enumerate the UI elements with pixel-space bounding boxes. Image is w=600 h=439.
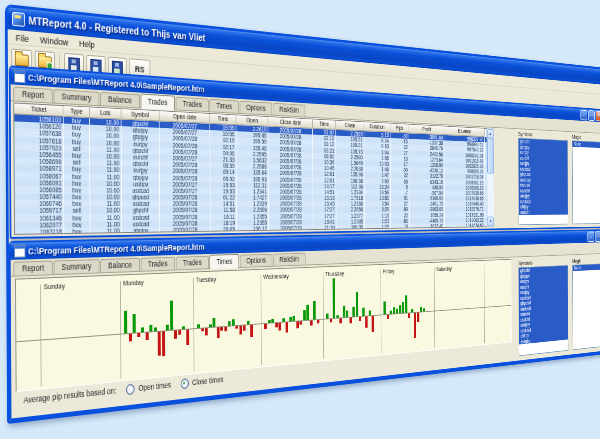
chart-bar	[343, 306, 345, 318]
chart-bar	[174, 330, 177, 338]
chart-bar	[149, 325, 152, 332]
radio-close-times[interactable]	[181, 378, 189, 389]
chart-bar	[333, 278, 336, 318]
chart-bar	[158, 332, 161, 356]
maximize-button[interactable]: □	[588, 110, 595, 121]
chart-bar	[423, 308, 425, 311]
day-label: Sunday	[44, 282, 65, 292]
chart-bar	[178, 330, 181, 335]
chart-bar	[372, 316, 374, 332]
chart-bar	[408, 313, 410, 318]
chart-bar	[359, 317, 361, 321]
menu-item-file[interactable]: File	[10, 31, 34, 44]
tab-summary-1[interactable]: Summary	[53, 89, 99, 105]
chart-bar	[296, 321, 299, 328]
chart-bar	[268, 320, 271, 323]
tab-times-5[interactable]: Times	[209, 99, 239, 113]
tab-trades-4[interactable]: Trades	[175, 97, 208, 112]
chart-bar	[250, 325, 253, 337]
chart-bar	[275, 323, 278, 327]
table-cell: 20:05	[211, 226, 237, 233]
chart-bar	[317, 320, 319, 324]
maximize-button[interactable]: □	[595, 231, 600, 241]
window-buttons: _ □ ✕	[587, 231, 600, 242]
tab-balance-2[interactable]: Balance	[100, 258, 140, 273]
tab-balance-2[interactable]: Balance	[100, 92, 140, 107]
tab-report-0[interactable]: Report	[13, 261, 52, 276]
symbols-list[interactable]: gbpchfgbpjpyeurjpyeurchfusdjpyusdcadgbpu…	[518, 138, 568, 225]
times-window: C:\Program Files\MTReport 4.0\SampleRepo…	[9, 229, 600, 421]
tab-times-5[interactable]: Times	[209, 254, 239, 269]
tab-options-6[interactable]: Options	[239, 101, 272, 115]
minimize-button[interactable]: _	[580, 110, 587, 121]
menu-item-window[interactable]: Window	[35, 33, 73, 47]
chart-bar	[186, 330, 189, 346]
chart-bar	[349, 318, 351, 324]
chart-bar	[313, 301, 316, 320]
symbols-list[interactable]: gbpchfgbpjpyeurjpyeurchfusdjpyusdcadgbpu…	[518, 265, 568, 356]
chart-bar	[329, 319, 331, 322]
table-cell: 1014674.62	[445, 223, 485, 229]
app-icon	[12, 12, 25, 27]
table-cell: buy	[64, 193, 90, 200]
chart-bar	[326, 313, 328, 318]
chart-bar	[166, 325, 169, 331]
chart-bar	[220, 327, 223, 331]
magic-item[interactable]: None	[572, 141, 600, 148]
close-button[interactable]: ✕	[596, 111, 600, 122]
scroll-thumb[interactable]	[487, 138, 494, 174]
window-buttons: _ □ ✕	[580, 110, 600, 122]
chart-bar	[352, 307, 354, 317]
minimize-button[interactable]: _	[587, 232, 594, 243]
chart-bar	[300, 321, 303, 325]
chart-bar	[362, 308, 364, 316]
document-icon	[14, 245, 25, 258]
magic-label: Magic	[572, 133, 581, 140]
day-label: Thursday	[325, 270, 344, 278]
table-cell: 11.00	[90, 227, 122, 234]
chart-bar	[293, 316, 296, 321]
day-divider	[380, 270, 381, 353]
tab-summary-1[interactable]: Summary	[53, 259, 99, 274]
table-scrollbar[interactable]: ▲ ▼	[487, 128, 495, 227]
table-cell: 2005/07/28	[160, 226, 211, 233]
tab-risksim-7[interactable]: RiskSim	[273, 253, 306, 266]
scroll-down-icon[interactable]: ▼	[488, 217, 494, 227]
day-label: Wednesday	[263, 272, 289, 281]
tab-trades-4[interactable]: Trades	[176, 256, 209, 270]
table-cell: 21:30	[313, 225, 336, 231]
chart-bar	[339, 318, 341, 323]
folder-go-icon	[38, 55, 52, 68]
chart-bar	[182, 326, 185, 329]
tab-options-6[interactable]: Options	[240, 254, 273, 267]
table-cell: 1063118	[15, 228, 64, 235]
chart-bar	[137, 333, 140, 337]
tab-trades-3[interactable]: Trades	[140, 94, 175, 111]
magic-list[interactable]: None	[572, 263, 600, 350]
menu-item-help[interactable]: Help	[74, 37, 100, 50]
chart-bar	[128, 334, 131, 342]
symbol-item[interactable]: eurgbp	[519, 209, 568, 215]
chart-bar	[420, 307, 422, 312]
magic-list[interactable]: None	[572, 140, 600, 224]
radio-label[interactable]: Close times	[192, 375, 223, 387]
chart-bar	[390, 311, 392, 314]
tab-trades-3[interactable]: Trades	[140, 257, 175, 271]
chart-bar	[213, 318, 216, 327]
tab-report-0[interactable]: Report	[13, 86, 52, 102]
radio-label[interactable]: Open times	[139, 380, 172, 393]
magic-item[interactable]: None	[573, 264, 600, 271]
chart-bar	[124, 311, 127, 334]
chart-bar	[405, 295, 407, 312]
chart-bar	[365, 316, 367, 328]
tab-risksim-7[interactable]: RiskSim	[273, 103, 306, 117]
chart-bar	[393, 307, 395, 314]
radio-open-times[interactable]	[126, 383, 135, 394]
chart-bar	[133, 314, 136, 333]
chart-bar	[306, 305, 309, 320]
chart-bar	[209, 324, 212, 327]
chart-bar	[356, 292, 358, 317]
chart-bar	[239, 326, 242, 335]
chart-bar	[228, 321, 231, 326]
chart-bar	[243, 325, 246, 330]
